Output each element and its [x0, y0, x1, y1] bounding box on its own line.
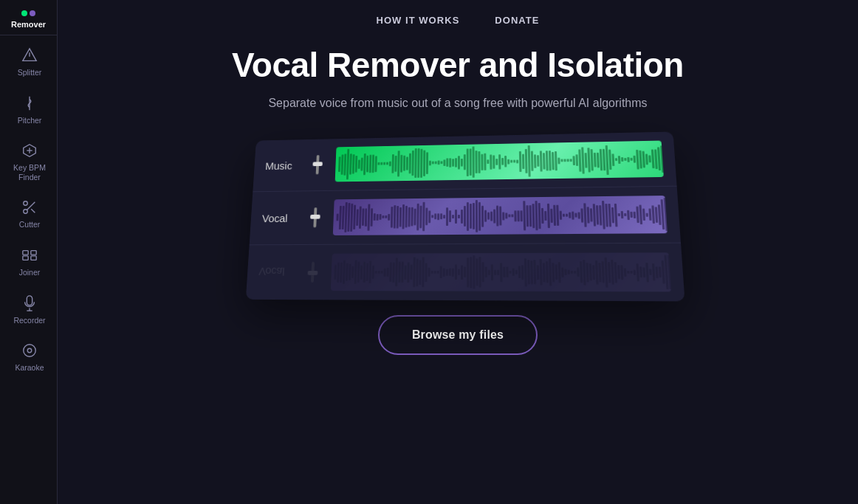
hero-subtitle: Separate voice from music out of a song … [268, 97, 647, 110]
sidebar-item-key-bpm-finder[interactable]: Key BPM Finder [0, 132, 57, 189]
vocal-volume-slider [313, 207, 317, 227]
svg-rect-11 [31, 251, 36, 255]
svg-point-16 [24, 345, 36, 357]
logo-label: Remover [11, 20, 46, 29]
svg-rect-12 [23, 256, 28, 260]
music-volume-control [309, 152, 326, 177]
svg-point-17 [27, 348, 32, 353]
music-track-row: Music [253, 131, 676, 192]
sidebar-item-label: Recorder [13, 316, 45, 325]
svg-line-8 [27, 202, 35, 210]
sidebar-item-label: Joiner [19, 268, 41, 277]
vocal-track-label: Vocal [262, 212, 298, 224]
vocal-reflection-volume-slider [311, 262, 315, 283]
logo-dots [21, 10, 35, 16]
vocal-volume-handle [310, 215, 320, 219]
recorder-icon [20, 294, 39, 313]
hero-section: Vocal Remover and Isolation Separate voi… [58, 38, 858, 355]
pitcher-icon [20, 94, 39, 113]
sidebar-item-joiner[interactable]: Joiner [0, 237, 57, 285]
nav-how-it-works[interactable]: HOW IT WORKS [376, 15, 459, 26]
nav-donate[interactable]: DONATE [495, 15, 539, 26]
vocal-reflection-volume [303, 259, 322, 286]
joiner-icon [20, 246, 39, 265]
sidebar-logo-remover[interactable]: Remover [0, 0, 57, 35]
waveform-visualization: Music Vocal [244, 134, 672, 289]
top-nav: HOW IT WORKS DONATE [58, 0, 858, 38]
svg-point-6 [24, 201, 28, 206]
vocal-track-row: Vocal [250, 187, 681, 246]
music-waveform [335, 141, 664, 182]
svg-line-9 [31, 210, 35, 213]
splitter-icon [20, 46, 39, 65]
sidebar-item-cutter[interactable]: Cutter [0, 189, 57, 237]
svg-rect-10 [23, 251, 28, 255]
sidebar-item-splitter[interactable]: Splitter [0, 37, 57, 85]
vocal-reflection-waveform [331, 252, 671, 291]
dot-green-icon [21, 10, 27, 16]
vocal-reflection-row: Vocal [246, 244, 685, 302]
vocal-reflection-label: Vocal [258, 266, 295, 278]
sidebar-item-pitcher[interactable]: Pitcher [0, 85, 57, 133]
sidebar-item-label: Cutter [19, 220, 41, 229]
music-track-label: Music [265, 159, 300, 172]
sidebar-item-label: Key BPM Finder [13, 163, 46, 182]
sidebar: Remover Splitter Pitcher Key BPM Finder … [0, 0, 58, 504]
cutter-icon [20, 198, 39, 217]
music-volume-slider [316, 155, 320, 174]
music-volume-handle [312, 162, 322, 166]
sidebar-item-label: Karaoke [15, 363, 44, 373]
main-content: HOW IT WORKS DONATE Vocal Remover and Is… [58, 0, 858, 504]
sidebar-item-label: Splitter [18, 68, 42, 77]
waveform-card: Music Vocal [246, 131, 685, 301]
sidebar-item-recorder[interactable]: Recorder [0, 285, 57, 333]
hero-title: Vocal Remover and Isolation [232, 45, 684, 85]
sidebar-item-label: Pitcher [18, 116, 42, 125]
dot-purple-icon [30, 10, 35, 16]
svg-point-7 [24, 210, 28, 214]
vocal-volume-control [306, 204, 324, 230]
vocal-waveform [333, 196, 667, 235]
browse-files-button[interactable]: Browse my files [378, 315, 538, 355]
svg-rect-13 [31, 256, 36, 260]
sidebar-item-karaoke[interactable]: Karaoke [0, 332, 57, 380]
key-bpm-finder-icon [20, 141, 39, 160]
vocal-reflection-volume-handle [308, 271, 318, 275]
karaoke-icon [20, 341, 39, 360]
